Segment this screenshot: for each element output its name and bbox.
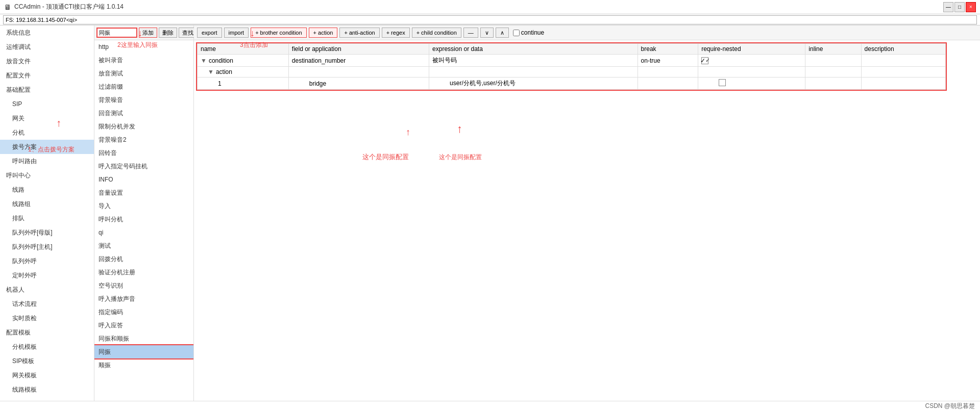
list-item-6[interactable]: 限制分机并发 bbox=[94, 120, 193, 133]
status-text: CSDN @朝思暮楚 bbox=[925, 402, 975, 410]
sidebar-item-8[interactable]: 拨号方案 bbox=[0, 140, 94, 154]
main-container: 系统信息运维调试放音文件配置文件基础配置SIP网关分机拨号方案呼叫路由呼叫中心线… bbox=[0, 25, 980, 401]
sidebar-item-16[interactable]: 队列外呼 bbox=[0, 254, 94, 268]
dash-button[interactable]: — bbox=[463, 28, 478, 38]
list-item-20[interactable]: 指定编码 bbox=[94, 305, 193, 319]
action-expression bbox=[429, 67, 638, 78]
list-item-9[interactable]: 呼入指定号码挂机 bbox=[94, 160, 193, 173]
regex-button[interactable]: + regex bbox=[382, 28, 410, 38]
sidebar-item-15[interactable]: 队列外呼[主机] bbox=[0, 240, 94, 254]
list-item-4[interactable]: 背景噪音 bbox=[94, 93, 193, 107]
sidebar-item-9[interactable]: 呼叫路由 bbox=[0, 154, 94, 168]
condition-name: ▼condition bbox=[198, 55, 289, 67]
annotation-step4: 这个是同振配置 bbox=[362, 152, 409, 162]
sidebar-item-13[interactable]: 排队 bbox=[0, 211, 94, 225]
address-input[interactable] bbox=[3, 15, 977, 24]
condition-inline bbox=[805, 55, 861, 67]
search-input[interactable] bbox=[96, 28, 137, 38]
anti-action-button[interactable]: + anti-action bbox=[339, 28, 379, 38]
action-break bbox=[638, 67, 698, 78]
list-item-8[interactable]: 回铃音 bbox=[94, 146, 193, 160]
sidebar-item-14[interactable]: 队列外呼[母版] bbox=[0, 225, 94, 240]
col-require-nested: require-nested bbox=[698, 44, 805, 55]
title-bar-left: 🖥 CCAdmin - 顶顶通CTI接口客户端 1.0.14 bbox=[4, 3, 124, 11]
action-item-description bbox=[861, 78, 945, 90]
sidebar-item-2[interactable]: 放音文件 bbox=[0, 54, 94, 68]
action-require-nested bbox=[698, 67, 805, 78]
sidebar-item-5[interactable]: SIP bbox=[0, 97, 94, 111]
sidebar-item-1[interactable]: 运维调试 bbox=[0, 40, 94, 54]
sidebar-item-11[interactable]: 线路 bbox=[0, 183, 94, 197]
list-item-23[interactable]: 同振 bbox=[94, 345, 193, 358]
list-item-10[interactable]: INFO bbox=[94, 173, 193, 186]
sidebar-item-21[interactable]: 配置模板 bbox=[0, 325, 94, 340]
condition-break: on-true bbox=[638, 55, 698, 67]
list-item-24[interactable]: 顺振 bbox=[94, 358, 193, 372]
list-item-5[interactable]: 回音测试 bbox=[94, 107, 193, 120]
list-item-17[interactable]: 验证分机注册 bbox=[94, 266, 193, 279]
action-item-expression: user/分机号,user/分机号 bbox=[429, 78, 638, 90]
col-name: name bbox=[198, 44, 289, 55]
list-item-3[interactable]: 过滤前缀 bbox=[94, 80, 193, 93]
maximize-button[interactable]: □ bbox=[954, 2, 965, 12]
continue-label-container: continue bbox=[513, 29, 544, 36]
middle-panel: 添加 删除 查找 http被叫录音放音测试过滤前缀背景噪音回音测试限制分机并发背… bbox=[94, 25, 194, 401]
list-item-19[interactable]: 呼入播放声音 bbox=[94, 292, 193, 305]
action-item-inline bbox=[805, 78, 861, 90]
sidebar-item-7[interactable]: 分机 bbox=[0, 125, 94, 140]
sidebar-item-6[interactable]: 网关 bbox=[0, 111, 94, 125]
minimize-button[interactable]: — bbox=[943, 2, 953, 12]
table-row-action-item: 1 bridge user/分机号,user/分机号 bbox=[198, 78, 946, 90]
action-description bbox=[861, 67, 945, 78]
list-item-11[interactable]: 音量设置 bbox=[94, 186, 193, 199]
list-item-15[interactable]: 测试 bbox=[94, 239, 193, 252]
down-button[interactable]: ∨ bbox=[480, 28, 494, 38]
sidebar-item-23[interactable]: SIP模板 bbox=[0, 354, 94, 368]
action-button[interactable]: + action bbox=[309, 28, 338, 38]
list-item-1[interactable]: 被叫录音 bbox=[94, 54, 193, 67]
up-button[interactable]: ∧ bbox=[496, 28, 509, 38]
col-field: field or application bbox=[288, 44, 429, 55]
sidebar-item-12[interactable]: 线路组 bbox=[0, 197, 94, 211]
sidebar-item-22[interactable]: 分机模板 bbox=[0, 340, 94, 354]
list-item-18[interactable]: 空号识别 bbox=[94, 279, 193, 292]
sidebar-item-26[interactable]: 线路组模板 bbox=[0, 397, 94, 401]
sidebar-item-24[interactable]: 网关模板 bbox=[0, 368, 94, 382]
sidebar-item-18[interactable]: 机器人 bbox=[0, 282, 94, 297]
condition-description bbox=[861, 55, 945, 67]
export-button[interactable]: export bbox=[197, 28, 222, 38]
list-item-2[interactable]: 放音测试 bbox=[94, 67, 193, 80]
status-bar: CSDN @朝思暮楚 bbox=[0, 401, 980, 411]
sidebar-item-4[interactable]: 基础配置 bbox=[0, 83, 94, 97]
list-item-12[interactable]: 导入 bbox=[94, 199, 193, 213]
sidebar: 系统信息运维调试放音文件配置文件基础配置SIP网关分机拨号方案呼叫路由呼叫中心线… bbox=[0, 25, 94, 401]
col-break: break bbox=[638, 44, 698, 55]
sidebar-item-10[interactable]: 呼叫中心 bbox=[0, 168, 94, 183]
sidebar-item-20[interactable]: 实时质检 bbox=[0, 311, 94, 325]
action-item-require-nested bbox=[698, 78, 805, 90]
sidebar-item-19[interactable]: 话术流程 bbox=[0, 297, 94, 311]
condition-field: destination_number bbox=[288, 55, 429, 67]
sidebar-item-25[interactable]: 线路模板 bbox=[0, 382, 94, 397]
table-header-row: name field or application expression or … bbox=[198, 44, 946, 55]
list-item-13[interactable]: 呼叫分机 bbox=[94, 213, 193, 226]
continue-label: continue bbox=[521, 29, 544, 36]
list-item-14[interactable]: qi bbox=[94, 226, 193, 239]
list-item-16[interactable]: 回拨分机 bbox=[94, 252, 193, 266]
condition-require-nested: ✓ bbox=[698, 55, 805, 67]
sidebar-item-17[interactable]: 定时外呼 bbox=[0, 268, 94, 282]
child-condition-button[interactable]: + child condition bbox=[412, 28, 461, 38]
add-button[interactable]: 添加 bbox=[139, 28, 157, 38]
delete-button[interactable]: 删除 bbox=[159, 28, 177, 38]
list-item-22[interactable]: 同振和顺振 bbox=[94, 332, 193, 345]
list-item-0[interactable]: http bbox=[94, 40, 193, 54]
close-button[interactable]: × bbox=[966, 2, 976, 12]
list-item-7[interactable]: 背景噪音2 bbox=[94, 133, 193, 146]
sidebar-item-3[interactable]: 配置文件 bbox=[0, 68, 94, 83]
action-field bbox=[288, 67, 429, 78]
import-button[interactable]: import bbox=[224, 28, 249, 38]
continue-checkbox[interactable] bbox=[513, 30, 520, 36]
list-item-21[interactable]: 呼入应答 bbox=[94, 319, 193, 332]
sidebar-item-0[interactable]: 系统信息 bbox=[0, 25, 94, 40]
brother-condition-button[interactable]: + brother condition bbox=[251, 28, 306, 38]
